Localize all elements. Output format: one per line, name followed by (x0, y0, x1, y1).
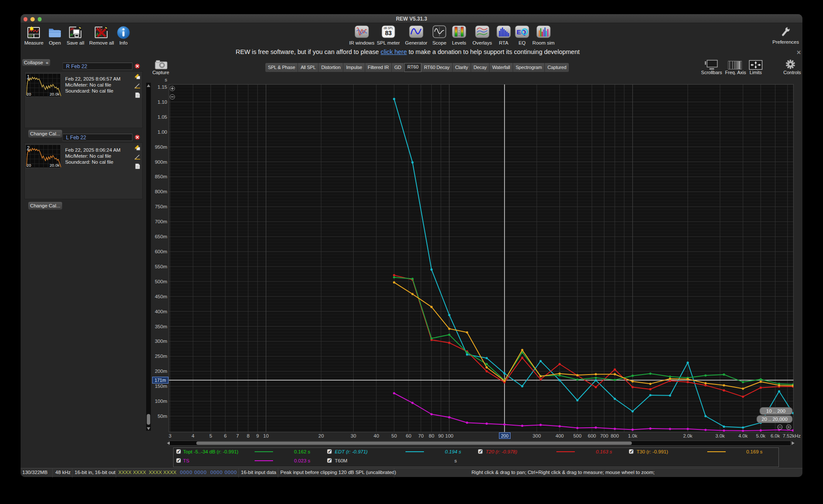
svg-text:950m: 950m (155, 144, 167, 150)
svg-text:2.0k: 2.0k (683, 433, 693, 438)
svg-text:9: 9 (256, 433, 259, 438)
svg-text:400m: 400m (155, 309, 167, 314)
svg-text:250m: 250m (155, 354, 167, 359)
svg-text:7.52kHz: 7.52kHz (783, 433, 801, 438)
svg-text:550m: 550m (155, 264, 167, 269)
svg-text:50m: 50m (158, 414, 167, 419)
svg-text:900m: 900m (155, 159, 167, 165)
svg-text:500m: 500m (155, 279, 167, 284)
svg-text:350m: 350m (155, 324, 167, 329)
svg-text:300: 300 (533, 433, 541, 438)
svg-text:150m: 150m (155, 384, 167, 389)
svg-text:1.0k: 1.0k (628, 433, 637, 438)
svg-text:100: 100 (445, 433, 454, 438)
svg-text:1.00: 1.00 (158, 129, 167, 135)
svg-text:3: 3 (169, 433, 171, 438)
svg-text:7: 7 (236, 433, 239, 438)
svg-text:4: 4 (192, 433, 195, 438)
svg-text:500: 500 (573, 433, 581, 438)
svg-text:70: 70 (418, 433, 424, 438)
svg-text:400: 400 (556, 433, 564, 438)
svg-text:200: 200 (501, 433, 509, 438)
svg-text:80: 80 (429, 433, 434, 438)
svg-text:750m: 750m (155, 204, 167, 209)
svg-text:700m: 700m (155, 219, 167, 224)
svg-text:1.10: 1.10 (158, 99, 167, 105)
svg-text:650m: 650m (155, 234, 167, 239)
svg-text:4.0k: 4.0k (738, 433, 748, 438)
svg-text:300m: 300m (155, 339, 167, 344)
svg-text:s: s (165, 77, 167, 82)
svg-text:200m: 200m (155, 369, 167, 374)
svg-text:6.0k: 6.0k (771, 433, 780, 438)
svg-text:700: 700 (600, 433, 608, 438)
svg-text:800: 800 (611, 433, 619, 438)
svg-text:8: 8 (247, 433, 249, 438)
svg-text:450m: 450m (155, 294, 167, 299)
svg-text:6: 6 (224, 433, 226, 438)
svg-text:40: 40 (374, 433, 379, 438)
svg-text:20: 20 (318, 433, 324, 438)
svg-text:50: 50 (391, 433, 397, 438)
svg-text:100m: 100m (155, 399, 167, 404)
svg-text:90: 90 (438, 433, 444, 438)
svg-text:850m: 850m (155, 174, 167, 179)
svg-text:600m: 600m (155, 249, 167, 254)
svg-text:800m: 800m (155, 189, 167, 194)
svg-text:10 .. 200: 10 .. 200 (766, 408, 786, 414)
svg-text:1.05: 1.05 (158, 114, 167, 120)
svg-text:3.0k: 3.0k (715, 433, 725, 438)
svg-text:5: 5 (209, 433, 212, 438)
svg-text:1.15: 1.15 (158, 84, 167, 90)
svg-text:5.0k: 5.0k (756, 433, 766, 438)
svg-text:10: 10 (263, 433, 269, 438)
svg-text:30: 30 (351, 433, 356, 438)
svg-text:171m: 171m (155, 378, 166, 383)
svg-text:20 .. 20,000: 20 .. 20,000 (762, 417, 788, 422)
svg-text:600: 600 (588, 433, 596, 438)
svg-text:60: 60 (406, 433, 412, 438)
